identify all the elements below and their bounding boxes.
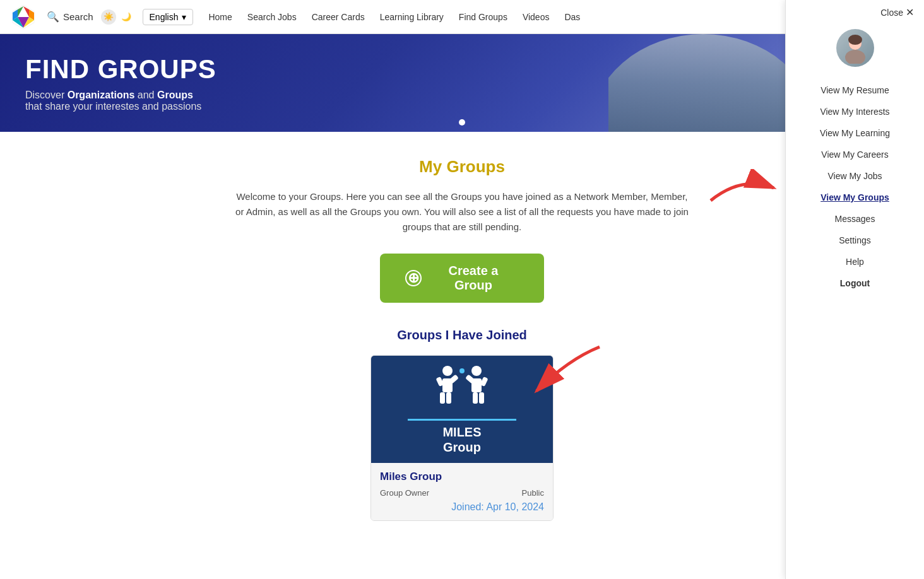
search-area[interactable]: 🔍 Search <box>47 11 93 23</box>
menu-view-learning[interactable]: View My Learning <box>786 122 924 144</box>
group-meta: Group Owner Public <box>380 488 544 498</box>
user-dropdown-panel: Close ✕ View My Resume View My Interests… <box>785 0 924 579</box>
groups-joined-title: Groups I Have Joined <box>191 328 733 342</box>
avatar[interactable] <box>836 29 874 67</box>
carousel-dot[interactable] <box>459 119 465 126</box>
chevron-down-icon: ▾ <box>182 12 186 22</box>
banner-hands-image <box>608 34 798 132</box>
theme-toggles: ☀️ 🌙 <box>101 9 134 25</box>
avatar-wrap <box>786 29 924 67</box>
banner-subtitle: Discover Organizations and Groupsthat sh… <box>25 90 216 112</box>
logo[interactable] <box>10 4 37 30</box>
svg-point-20 <box>459 368 465 373</box>
menu-help[interactable]: Help <box>786 251 924 272</box>
group-card-image: MILES Group <box>371 356 553 463</box>
close-button[interactable]: Close ✕ <box>880 6 914 18</box>
menu-view-careers[interactable]: View My Careers <box>786 144 924 165</box>
menu-settings[interactable]: Settings <box>786 230 924 251</box>
page-description: Welcome to your Groups. Here you can see… <box>235 189 689 235</box>
menu-view-interests[interactable]: View My Interests <box>786 101 924 122</box>
group-card-body: Miles Group Group Owner Public Joined: A… <box>371 463 553 520</box>
close-label: Close <box>880 8 903 18</box>
group-card-image-title: MILES Group <box>442 424 481 455</box>
svg-rect-13 <box>446 392 451 404</box>
svg-rect-19 <box>479 392 484 404</box>
menu-view-groups[interactable]: View My Groups <box>786 187 924 208</box>
nav-career-cards[interactable]: Career Cards <box>312 12 365 22</box>
nav-find-groups[interactable]: Find Groups <box>459 12 507 22</box>
group-owner-label: Group Owner <box>380 488 429 498</box>
create-group-label: Create a Group <box>428 264 519 293</box>
language-label: English <box>150 12 179 22</box>
language-selector[interactable]: English ▾ <box>143 9 194 25</box>
svg-point-26 <box>848 35 862 45</box>
banner-text: FIND GROUPS Discover Organizations and G… <box>25 54 216 112</box>
search-icon: 🔍 <box>47 11 59 23</box>
light-mode-btn[interactable]: ☀️ <box>101 9 116 25</box>
menu-view-resume[interactable]: View My Resume <box>786 79 924 101</box>
nav-dashboard[interactable]: Das <box>564 12 580 22</box>
menu-view-jobs[interactable]: View My Jobs <box>786 165 924 187</box>
menu-logout[interactable]: Logout <box>786 272 924 294</box>
avatar-image <box>839 32 871 64</box>
main-content: My Groups Welcome to your Groups. Here y… <box>178 132 746 546</box>
group-card-divider <box>408 419 517 421</box>
menu-items: View My Resume View My Interests View My… <box>786 79 924 294</box>
svg-point-24 <box>845 50 865 64</box>
menu-messages[interactable]: Messages <box>786 208 924 230</box>
group-figures-svg <box>434 365 490 415</box>
group-card[interactable]: MILES Group Miles Group Group Owner Publ… <box>370 355 554 521</box>
nav-videos[interactable]: Videos <box>523 12 550 22</box>
group-joined-date: Joined: Apr 10, 2024 <box>451 501 544 512</box>
close-icon: ✕ <box>906 6 914 18</box>
plus-circle-icon: ⊕ <box>405 270 422 286</box>
page-title: My Groups <box>191 157 733 177</box>
create-group-button[interactable]: ⊕ Create a Group <box>380 254 544 303</box>
nav-home[interactable]: Home <box>208 12 232 22</box>
dark-mode-btn[interactable]: 🌙 <box>119 9 134 25</box>
nav-learning-library[interactable]: Learning Library <box>380 12 444 22</box>
svg-point-14 <box>471 366 482 376</box>
nav-search-jobs[interactable]: Search Jobs <box>247 12 297 22</box>
svg-rect-18 <box>473 392 478 404</box>
svg-rect-12 <box>440 392 445 404</box>
search-label: Search <box>63 11 93 22</box>
group-name: Miles Group <box>380 471 544 483</box>
group-visibility: Public <box>522 488 544 498</box>
banner-title: FIND GROUPS <box>25 54 216 85</box>
svg-point-8 <box>442 366 453 376</box>
